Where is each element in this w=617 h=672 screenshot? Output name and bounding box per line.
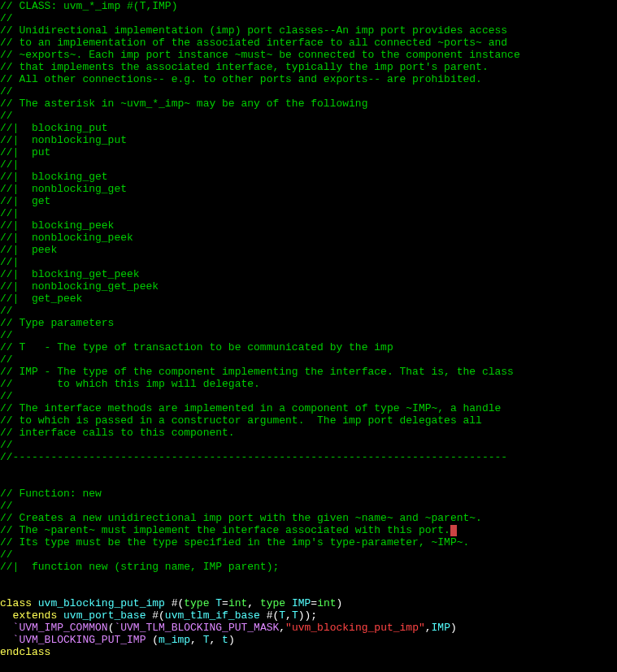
code-line[interactable]: // — [0, 353, 617, 366]
code-line[interactable]: // — [0, 548, 617, 561]
code-token: //| blocking_put — [0, 122, 108, 134]
code-line[interactable]: //| function new (string name, IMP paren… — [0, 561, 617, 573]
code-token: // — [0, 353, 13, 366]
code-line[interactable]: // to an implementation of the associate… — [0, 37, 617, 49]
code-line[interactable]: //| put — [0, 146, 617, 158]
code-token: type — [260, 597, 292, 609]
code-line[interactable]: //| — [0, 158, 617, 171]
code-token: // Creates a new unidirectional imp port… — [0, 512, 482, 524]
code-token: //| nonblocking_put — [0, 134, 127, 146]
code-line[interactable]: extends uvm_port_base #(uvm_tlm_if_base … — [0, 609, 617, 622]
code-line[interactable]: //| get_peek — [0, 293, 617, 305]
code-line[interactable]: // — [0, 500, 617, 512]
code-token: // — [0, 305, 13, 317]
code-token: T — [215, 597, 222, 609]
code-line[interactable]: // Creates a new unidirectional imp port… — [0, 512, 617, 524]
code-token: // — [0, 85, 13, 98]
code-token: "uvm_blocking_put_imp" — [285, 622, 425, 634]
code-token: //| get — [0, 195, 50, 207]
code-line[interactable]: // All other connections-- e.g. to other… — [0, 73, 617, 85]
code-line[interactable]: //| nonblocking_peek — [0, 232, 617, 244]
code-token: ( — [152, 634, 159, 646]
code-token: // — [0, 439, 13, 451]
code-line[interactable]: //--------------------------------------… — [0, 451, 617, 463]
code-token: //| blocking_get_peek — [0, 268, 140, 280]
code-token: extends — [13, 609, 63, 622]
code-line[interactable]: //| nonblocking_get — [0, 183, 617, 195]
code-line[interactable] — [0, 463, 617, 475]
code-token: #( — [172, 597, 185, 609]
code-line[interactable]: endclass — [0, 646, 617, 658]
code-token: //| function new (string name, IMP paren… — [0, 561, 279, 573]
code-line[interactable]: // The ~parent~ must implement the inter… — [0, 524, 617, 536]
code-line[interactable]: // interface calls to this component. — [0, 427, 617, 439]
code-line[interactable]: // Type parameters — [0, 317, 617, 329]
code-line[interactable]: //| blocking_get — [0, 171, 617, 183]
code-line[interactable]: // that implements the associated interf… — [0, 61, 617, 73]
code-line[interactable]: //| — [0, 207, 617, 219]
code-token: uvm_port_base — [63, 609, 152, 622]
code-line[interactable]: //| blocking_peek — [0, 219, 617, 232]
code-token: //| nonblocking_peek — [0, 232, 133, 244]
code-token: int — [317, 597, 336, 609]
code-token: endclass — [0, 646, 50, 658]
code-line[interactable]: `UVM_BLOCKING_PUT_IMP (m_imp, T, t) — [0, 634, 617, 646]
code-token: ) — [228, 634, 235, 646]
code-line[interactable]: //| — [0, 256, 617, 268]
code-line[interactable]: // Function: new — [0, 488, 617, 500]
code-line[interactable] — [0, 475, 617, 488]
code-token: ) — [450, 622, 457, 634]
code-line[interactable]: // — [0, 390, 617, 402]
code-token: // Function: new — [0, 488, 102, 500]
code-token: // to an implementation of the associate… — [0, 37, 507, 49]
code-token: m_imp — [159, 634, 190, 646]
code-line[interactable]: // T - The type of transaction to be com… — [0, 341, 617, 353]
code-line[interactable]: // Its type must be the type specified i… — [0, 536, 617, 548]
code-line[interactable]: // — [0, 329, 617, 341]
code-line[interactable]: `UVM_IMP_COMMON(`UVM_TLM_BLOCKING_PUT_MA… — [0, 622, 617, 634]
code-token: T — [292, 609, 298, 622]
code-token: // The ~parent~ must implement the inter… — [0, 524, 450, 536]
code-token: // All other connections-- e.g. to other… — [0, 73, 482, 85]
code-token: // The interface methods are implemented… — [0, 402, 501, 414]
code-token: // to which this imp will delegate. — [0, 378, 260, 390]
code-line[interactable]: //| nonblocking_put — [0, 134, 617, 146]
code-line[interactable]: class uvm_blocking_put_imp #(type T=int,… — [0, 597, 617, 609]
code-line[interactable]: //| blocking_get_peek — [0, 268, 617, 280]
code-token: , — [279, 622, 285, 634]
code-token: //| get_peek — [0, 293, 82, 305]
code-token: IMP — [432, 622, 450, 634]
code-token: `UVM_BLOCKING_PUT_IMP — [13, 634, 153, 646]
code-token: #( — [152, 609, 165, 622]
code-editor[interactable]: // CLASS: uvm_*_imp #(T,IMP)//// Unidire… — [0, 0, 617, 658]
code-line[interactable]: // IMP - The type of the component imple… — [0, 366, 617, 378]
code-line[interactable]: //| blocking_put — [0, 122, 617, 134]
code-token: //| put — [0, 146, 50, 158]
code-line[interactable]: // — [0, 12, 617, 24]
code-line[interactable]: //| peek — [0, 244, 617, 256]
code-line[interactable]: // CLASS: uvm_*_imp #(T,IMP) — [0, 0, 617, 12]
code-token: T — [279, 609, 285, 622]
code-line[interactable]: // — [0, 439, 617, 451]
code-line[interactable]: // ~exports~. Each imp port instance ~mu… — [0, 49, 617, 61]
code-line[interactable]: // — [0, 85, 617, 98]
code-line[interactable]: // — [0, 305, 617, 317]
code-token: // T - The type of transaction to be com… — [0, 341, 393, 353]
code-token: // Its type must be the type specified i… — [0, 536, 469, 548]
code-token: //| — [0, 158, 19, 171]
code-line[interactable]: // Unidirectional implementation (imp) p… — [0, 24, 617, 37]
code-line[interactable] — [0, 573, 617, 585]
code-token: //| blocking_peek — [0, 219, 114, 232]
code-line[interactable]: // The asterisk in ~uvm_*_imp~ may be an… — [0, 98, 617, 110]
code-line[interactable] — [0, 585, 617, 597]
code-line[interactable]: //| nonblocking_get_peek — [0, 280, 617, 293]
code-line[interactable]: // to which is passed in a constructor a… — [0, 414, 617, 427]
code-token: // ~exports~. Each imp port instance ~mu… — [0, 49, 520, 61]
code-line[interactable]: // — [0, 110, 617, 122]
code-line[interactable]: // The interface methods are implemented… — [0, 402, 617, 414]
code-line[interactable]: //| get — [0, 195, 617, 207]
code-line[interactable]: // to which this imp will delegate. — [0, 378, 617, 390]
code-token: ; — [311, 609, 317, 622]
code-token: //| — [0, 207, 19, 219]
code-token — [0, 634, 13, 646]
